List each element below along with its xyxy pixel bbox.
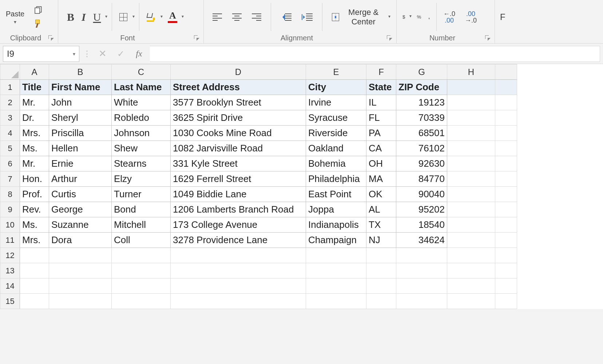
cell[interactable]: Stearns [112,156,171,171]
cell[interactable] [306,278,366,294]
cell[interactable]: FL [366,110,396,126]
row-header[interactable]: 6 [0,156,20,171]
row-header[interactable]: 5 [0,141,20,156]
dialog-launcher-alignment[interactable] [386,35,393,41]
fill-color-button[interactable] [144,11,158,23]
merge-center-button[interactable]: Merge & Center ▾ [330,6,393,28]
cell[interactable]: Turner [112,187,171,202]
cell[interactable] [495,141,517,156]
cell[interactable] [306,294,366,309]
cell[interactable]: OK [366,187,396,202]
increase-decimal-button[interactable]: ←.0.00 [441,9,457,25]
cell[interactable]: 3577 Brooklyn Street [171,95,306,110]
cell[interactable] [171,294,306,309]
cell[interactable] [49,248,112,263]
table-row[interactable]: 11Mrs.DoraColl3278 Providence LaneChampa… [0,233,517,248]
col-header[interactable]: E [306,64,366,80]
cell[interactable]: Mr. [20,156,49,171]
cell[interactable]: Arthur [49,171,112,187]
row-header[interactable]: 7 [0,171,20,187]
cell[interactable]: Rev. [20,202,49,217]
col-header[interactable]: F [366,64,396,80]
copy-button[interactable] [32,4,46,15]
cell[interactable] [447,202,495,217]
cell[interactable] [396,263,447,278]
chevron-down-icon[interactable]: ▾ [182,14,184,19]
borders-button[interactable] [116,11,130,23]
cell[interactable]: Mr. [20,95,49,110]
table-row[interactable]: 9Rev.GeorgeBond1206 Lamberts Branch Road… [0,202,517,217]
cell[interactable]: Prof. [20,187,49,202]
cell[interactable]: Syracuse [306,110,366,126]
cell[interactable]: PA [366,126,396,141]
table-row[interactable]: 2Mr.JohnWhite3577 Brooklyn StreetIrvineI… [0,95,517,110]
drag-handle-icon[interactable]: ⋮ [83,49,92,59]
cell[interactable]: 1206 Lamberts Branch Road [171,202,306,217]
font-color-button[interactable]: A [166,9,179,24]
table-row[interactable]: 8Prof.CurtisTurner1049 Biddie LaneEast P… [0,187,517,202]
cell[interactable]: 1030 Cooks Mine Road [171,126,306,141]
cell[interactable] [112,278,171,294]
cell[interactable]: George [49,202,112,217]
italic-button[interactable]: I [79,9,88,25]
cell[interactable]: Mrs. [20,126,49,141]
underline-button[interactable]: U [91,9,103,25]
cell[interactable] [112,263,171,278]
cell[interactable]: NJ [366,233,396,248]
cell[interactable] [112,248,171,263]
cell[interactable] [396,294,447,309]
cell[interactable]: Curtis [49,187,112,202]
increase-indent-button[interactable] [299,11,315,23]
cell[interactable]: 92630 [396,156,447,171]
cell[interactable]: OH [366,156,396,171]
cell[interactable] [447,217,495,233]
cell[interactable] [495,263,517,278]
header-cell[interactable]: State [366,80,396,95]
cell[interactable]: 331 Kyle Street [171,156,306,171]
cell[interactable] [49,278,112,294]
cell[interactable]: Bohemia [306,156,366,171]
align-center-button[interactable] [230,12,244,22]
table-row[interactable]: 5Ms.HellenShew1082 Jarvisville RoadOakla… [0,141,517,156]
cell[interactable]: Bond [112,202,171,217]
cell[interactable] [20,263,49,278]
cell[interactable]: Riverside [306,126,366,141]
cell[interactable]: Shew [112,141,171,156]
col-header[interactable]: C [112,64,171,80]
table-row[interactable]: 4Mrs.PriscillaJohnson1030 Cooks Mine Roa… [0,126,517,141]
header-cell[interactable]: Title [20,80,49,95]
cell[interactable]: 1629 Ferrell Street [171,171,306,187]
cell[interactable]: Ms. [20,217,49,233]
select-all-corner[interactable] [0,64,20,80]
comma-style-button[interactable]: , [426,13,432,21]
cell[interactable]: 95202 [396,202,447,217]
cell[interactable]: 76102 [396,141,447,156]
cell[interactable]: MA [366,171,396,187]
cell[interactable] [447,233,495,248]
dialog-launcher-clipboard[interactable] [48,35,54,41]
cell[interactable]: Johnson [112,126,171,141]
chevron-down-icon[interactable]: ▾ [73,51,75,57]
cell[interactable]: Irvine [306,95,366,110]
cell[interactable] [495,233,517,248]
table-row[interactable]: 6Mr.ErnieStearns331 Kyle StreetBohemiaOH… [0,156,517,171]
cell[interactable]: Robledo [112,110,171,126]
cell[interactable]: Champaign [306,233,366,248]
cell[interactable] [396,248,447,263]
cell[interactable] [495,126,517,141]
row-header[interactable]: 3 [0,110,20,126]
formula-input[interactable] [150,46,600,62]
row-header[interactable]: 9 [0,202,20,217]
table-row[interactable]: 3Dr.SherylRobledo3625 Spirit DriveSyracu… [0,110,517,126]
cell[interactable]: 3278 Providence Lane [171,233,306,248]
paste-button[interactable]: Paste ▾ [4,8,27,25]
dialog-launcher-number[interactable] [484,35,491,41]
cell[interactable]: Suzanne [49,217,112,233]
cell[interactable]: Mrs. [20,233,49,248]
cell[interactable] [396,278,447,294]
cell[interactable] [447,141,495,156]
cell[interactable] [366,294,396,309]
table-row[interactable]: 10Ms.SuzanneMitchell173 College AvenueIn… [0,217,517,233]
cell[interactable] [447,80,495,95]
name-box[interactable]: I9 ▾ [3,46,79,62]
